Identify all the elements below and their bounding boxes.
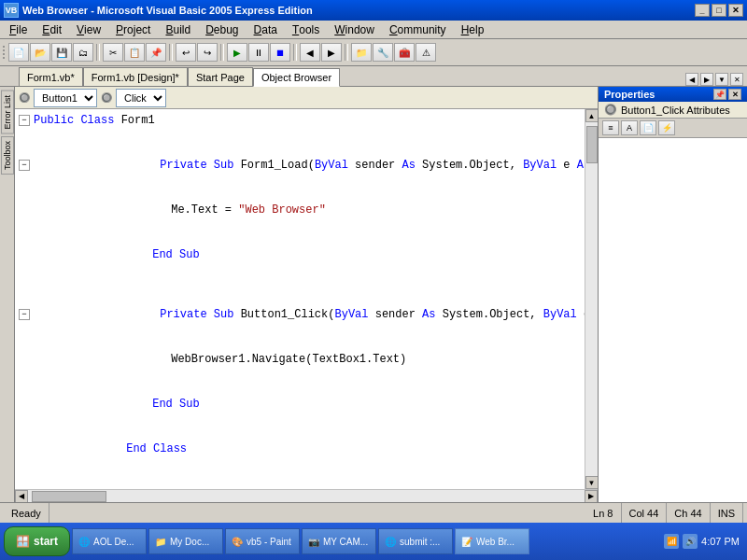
vscroll-down[interactable]: ▼	[585, 476, 599, 489]
menu-file[interactable]: File	[2, 21, 35, 38]
cam-label: MY CAM...	[323, 537, 368, 547]
ie-icon: 🌐	[385, 537, 396, 547]
toolbar-grip-1[interactable]	[2, 43, 7, 62]
redo-button[interactable]: ↪	[197, 43, 218, 62]
code-hscroll[interactable]: ◀ ▶	[15, 489, 598, 502]
menu-tools[interactable]: Tools	[285, 21, 327, 38]
fold-btn-3[interactable]: −	[19, 160, 30, 171]
code-body[interactable]: − Public Class Form1 − Private Sub Form1…	[15, 109, 585, 489]
code-vscroll[interactable]: ▲ ▼	[585, 109, 598, 489]
menu-help[interactable]: Help	[454, 21, 492, 38]
vscroll-track[interactable]	[585, 122, 599, 476]
doc-tab-form1vb[interactable]: Form1.vb*	[19, 67, 83, 86]
status-ready-text: Ready	[11, 508, 41, 519]
hscroll-left[interactable]: ◀	[15, 490, 28, 503]
menu-community[interactable]: Community	[382, 21, 454, 38]
tb-sep-4	[293, 44, 297, 61]
tab-scroll-left[interactable]: ◀	[685, 73, 698, 86]
undo-button[interactable]: ↩	[176, 43, 196, 62]
network-tray-icon: 📶	[664, 534, 679, 549]
title-bar: VB Web Browser - Microsoft Visual Basic …	[0, 0, 747, 21]
hscroll-track[interactable]	[28, 490, 585, 503]
new-project-button[interactable]: 📄	[8, 43, 29, 62]
tab-scroll-right[interactable]: ▶	[700, 73, 713, 86]
vscroll-thumb[interactable]	[586, 126, 598, 163]
doc-tab-label: Form1.vb [Design]*	[92, 72, 179, 83]
menu-build[interactable]: Build	[158, 21, 198, 38]
nav-back-button[interactable]: ◀	[300, 43, 320, 62]
properties-panel: Properties 📌 ✕ 🔘 Button1_Click Attribute…	[598, 87, 747, 502]
tb-sep-2	[169, 44, 173, 61]
tb-sep-3	[220, 44, 224, 61]
properties-close-btn[interactable]: ✕	[728, 89, 741, 100]
menu-edit[interactable]: Edit	[35, 21, 69, 38]
copy-button[interactable]: 📋	[124, 43, 145, 62]
doc-tab-label: Form1.vb*	[27, 72, 75, 83]
taskbar-mydoc[interactable]: 📁 My Doc...	[148, 528, 223, 554]
error-list-tab[interactable]: Error List	[1, 91, 14, 134]
fold-btn-7[interactable]: −	[19, 309, 30, 320]
doc-tab-objectbrowser[interactable]: Object Browser	[253, 68, 340, 87]
error-list-button[interactable]: ⚠	[416, 43, 436, 62]
ie-label: submit :...	[400, 537, 440, 547]
status-ins-text: INS	[718, 508, 735, 519]
properties-button[interactable]: 🔧	[373, 43, 393, 62]
menu-window[interactable]: Window	[327, 21, 382, 38]
hscroll-thumb[interactable]	[32, 491, 106, 502]
doc-tab-startpage[interactable]: Start Page	[188, 67, 253, 86]
start-button[interactable]: ▶	[227, 43, 247, 62]
object-dropdown[interactable]: Button1	[34, 89, 97, 107]
status-ch: Ch 44	[667, 503, 710, 523]
code-editor: 🔘 Button1 🔘 Click − Public	[15, 87, 598, 502]
code-line-9: End Sub	[15, 382, 585, 427]
save-button[interactable]: 💾	[51, 43, 72, 62]
app-icon: VB	[4, 3, 19, 18]
solution-explorer-button[interactable]: 📁	[351, 43, 372, 62]
menu-debug[interactable]: Debug	[198, 21, 246, 38]
minimize-button[interactable]: _	[695, 4, 710, 17]
vb-taskbar-icon: 📝	[461, 537, 472, 547]
taskbar-vb[interactable]: 📝 Web Br...	[455, 528, 529, 554]
close-button[interactable]: ✕	[728, 4, 743, 17]
clock: 4:07 PM	[701, 536, 740, 547]
taskbar-aol[interactable]: 🌐 AOL De...	[72, 528, 147, 554]
tab-list-button[interactable]: ▼	[715, 73, 728, 86]
code-line-6	[15, 277, 585, 292]
pause-button[interactable]: ⏸	[248, 43, 269, 62]
toolbox-tab[interactable]: Toolbox	[1, 136, 14, 175]
doc-tab-form1design[interactable]: Form1.vb [Design]*	[83, 67, 188, 86]
open-button[interactable]: 📂	[30, 43, 50, 62]
stop-button[interactable]: ⏹	[270, 43, 290, 62]
vscroll-up[interactable]: ▲	[585, 109, 599, 122]
status-col-text: Col 44	[629, 508, 659, 519]
taskbar-cam[interactable]: 📷 MY CAM...	[302, 528, 376, 554]
tab-close-button[interactable]: ✕	[730, 73, 743, 86]
method-dropdown[interactable]: Click	[116, 89, 166, 107]
properties-pin-btn[interactable]: 📌	[713, 89, 726, 100]
maximize-button[interactable]: □	[712, 4, 726, 17]
event-btn[interactable]: ⚡	[658, 120, 675, 135]
cut-button[interactable]: ✂	[103, 43, 123, 62]
menu-data[interactable]: Data	[247, 21, 285, 38]
nav-forward-button[interactable]: ▶	[321, 43, 342, 62]
fold-btn-1[interactable]: −	[19, 115, 30, 126]
property-page-btn[interactable]: 📄	[640, 120, 656, 135]
code-line-7: − Private Sub Button1_Click(ByVal sender…	[15, 292, 585, 337]
save-all-button[interactable]: 🗂	[73, 43, 93, 62]
alpha-view-btn[interactable]: A	[621, 120, 638, 135]
paste-button[interactable]: 📌	[146, 43, 166, 62]
start-button[interactable]: 🪟 start	[4, 526, 70, 556]
toolbox-button[interactable]: 🧰	[394, 43, 415, 62]
category-view-btn[interactable]: ≡	[602, 120, 619, 135]
hscroll-right[interactable]: ▶	[585, 490, 598, 503]
taskbar-paint[interactable]: 🎨 vb5 - Paint	[225, 528, 300, 554]
doc-tab-label: Start Page	[196, 72, 245, 83]
method-icon: 🔘	[101, 92, 112, 103]
code-line-1: − Public Class Form1	[15, 113, 585, 128]
status-bar: Ready Ln 8 Col 44 Ch 44 INS	[0, 502, 747, 523]
taskbar: 🪟 start 🌐 AOL De... 📁 My Doc... 🎨 vb5 - …	[0, 523, 747, 560]
menu-project[interactable]: Project	[108, 21, 158, 38]
menu-view[interactable]: View	[69, 21, 108, 38]
status-ins: INS	[711, 503, 743, 523]
taskbar-ie[interactable]: 🌐 submit :...	[378, 528, 453, 554]
